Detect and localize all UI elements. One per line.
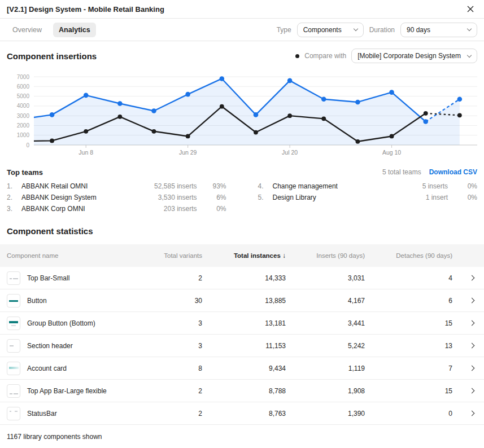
component-statistics-title: Component statistics [0, 226, 484, 236]
column-inserts[interactable]: Inserts (90 days) [286, 252, 365, 259]
chevron-down-icon [353, 27, 357, 31]
table-row[interactable]: Top App Bar-Large flexible 2 8,788 1,908… [0, 380, 484, 402]
team-percent: 6% [202, 194, 226, 201]
team-rank: 1. [7, 182, 17, 190]
table-row[interactable]: Section header 3 11,153 5,242 13 [0, 335, 484, 357]
total-variants-value: 2 [137, 274, 202, 282]
components-shown-count: 1167 library components shown [7, 433, 102, 441]
chevron-right-icon[interactable] [469, 298, 475, 304]
tab-overview[interactable]: Overview [7, 23, 47, 37]
detaches-value: 0 [365, 410, 452, 418]
duration-select[interactable]: 90 days [400, 23, 477, 37]
group-button-bottom-icon [7, 317, 20, 330]
total-variants-value: 3 [137, 319, 202, 327]
compare-library-value: [Mobile] Corporate Design System [357, 52, 461, 60]
detaches-value: 15 [365, 387, 452, 395]
download-csv-link[interactable]: Download CSV [429, 168, 477, 176]
team-rank: 4. [258, 182, 268, 190]
team-percent: 0% [452, 182, 477, 190]
team-inserts: 3,530 inserts [158, 194, 197, 201]
component-name: StatusBar [27, 410, 57, 418]
duration-label: Duration [369, 26, 395, 34]
compare-controls: Compare with [Mobile] Corporate Design S… [295, 49, 477, 63]
filters: Type Components Duration 90 days [277, 23, 477, 37]
inserts-value: 4,167 [286, 297, 365, 305]
chevron-down-icon [467, 27, 472, 31]
svg-text:6000: 6000 [17, 84, 30, 90]
total-instances-value: 11,153 [202, 342, 286, 350]
inserts-value: 1,119 [286, 364, 365, 372]
top-teams-list: 1. ABBANK Retail OMNI 52,585 inserts 93%… [0, 181, 484, 214]
chevron-right-icon[interactable] [469, 366, 475, 371]
inserts-value: 1,908 [286, 387, 365, 395]
status-bar-icon [7, 407, 20, 420]
compare-label: Compare with [304, 52, 346, 60]
type-select[interactable]: Components [297, 23, 364, 37]
chevron-right-icon[interactable] [469, 320, 475, 326]
total-instances-value: 13,181 [202, 319, 286, 327]
tab-analytics[interactable]: Analytics [53, 23, 96, 37]
inserts-value: 1,390 [286, 410, 365, 418]
column-total-variants[interactable]: Total variants [137, 252, 202, 259]
team-inserts: 203 inserts [164, 205, 197, 213]
component-insertions-section: Component insertions Compare with [Mobil… [0, 41, 484, 161]
type-select-value: Components [303, 26, 342, 34]
team-inserts: 1 insert [426, 194, 448, 201]
chevron-down-icon [467, 52, 472, 57]
column-total-instances[interactable]: Total instances ↓ [202, 252, 286, 260]
svg-text:7000: 7000 [17, 74, 30, 80]
table-row[interactable]: StatusBar 2 8,763 1,390 0 [0, 402, 484, 425]
total-instances-value: 8,788 [202, 387, 286, 395]
inserts-value: 3,031 [286, 274, 365, 282]
team-list-item: 2. ABBANK Design System 3,530 inserts 6% [7, 192, 226, 203]
team-name: ABBANK Corp OMNI [21, 205, 159, 213]
svg-text:3000: 3000 [17, 113, 30, 119]
close-icon [467, 6, 474, 12]
total-instances-value: 14,333 [202, 274, 286, 282]
component-statistics-section: Component statistics Component name Tota… [0, 214, 484, 441]
total-variants-value: 30 [137, 297, 202, 305]
component-name: Group Button (Bottom) [27, 319, 95, 327]
chevron-right-icon[interactable] [469, 411, 475, 416]
component-name: Top App Bar-Large flexible [27, 387, 107, 395]
inserts-value: 5,242 [286, 342, 365, 350]
chevron-right-icon[interactable] [469, 343, 475, 349]
detaches-value: 7 [365, 364, 452, 372]
stats-table-body: Top Bar-Small 2 14,333 3,031 4 Button 30… [0, 267, 484, 425]
svg-text:Jun 29: Jun 29 [179, 149, 197, 156]
chevron-right-icon[interactable] [469, 388, 475, 394]
table-row[interactable]: Account card 8 9,434 1,119 7 [0, 357, 484, 380]
tabs-toolbar: Overview Analytics Type Components Durat… [0, 19, 484, 41]
svg-text:Jun 8: Jun 8 [79, 149, 93, 156]
team-name: Design Library [273, 194, 421, 201]
window-title: [V2.1] Design System - Mobile Retail Ban… [7, 5, 164, 14]
table-row[interactable]: Group Button (Bottom) 3 13,181 3,441 15 [0, 312, 484, 335]
component-name: Account card [27, 364, 67, 372]
total-teams-count: 5 total teams [382, 168, 421, 176]
column-component-name[interactable]: Component name [7, 252, 137, 259]
top-teams-section: Top teams 5 total teams Download CSV 1. … [0, 161, 484, 214]
team-list-item: 5. Design Library 1 insert 0% [258, 192, 478, 203]
table-row[interactable]: Button 30 13,885 4,167 6 [0, 289, 484, 312]
table-row[interactable]: Top Bar-Small 2 14,333 3,031 4 [0, 267, 484, 289]
total-variants-value: 2 [137, 410, 202, 418]
column-detaches[interactable]: Detaches (90 days) [365, 252, 452, 259]
detaches-value: 15 [365, 319, 452, 327]
team-list-item: 3. ABBANK Corp OMNI 203 inserts 0% [7, 203, 226, 214]
library-analytics-modal: [V2.1] Design System - Mobile Retail Ban… [0, 0, 484, 448]
team-inserts: 5 inserts [422, 182, 448, 190]
close-button[interactable] [464, 2, 477, 16]
detaches-value: 6 [365, 297, 452, 305]
chevron-right-icon[interactable] [469, 275, 475, 281]
compare-legend-dot-icon [295, 54, 299, 58]
top-teams-title: Top teams [7, 168, 43, 177]
total-instances-value: 13,885 [202, 297, 286, 305]
svg-text:1000: 1000 [17, 132, 30, 138]
total-variants-value: 2 [137, 387, 202, 395]
svg-text:5000: 5000 [17, 93, 30, 99]
compare-library-select[interactable]: [Mobile] Corporate Design System [351, 49, 477, 63]
svg-text:Jul 20: Jul 20 [282, 149, 298, 156]
detaches-value: 13 [365, 342, 452, 350]
detaches-value: 4 [365, 274, 452, 282]
team-inserts: 52,585 inserts [154, 182, 197, 190]
